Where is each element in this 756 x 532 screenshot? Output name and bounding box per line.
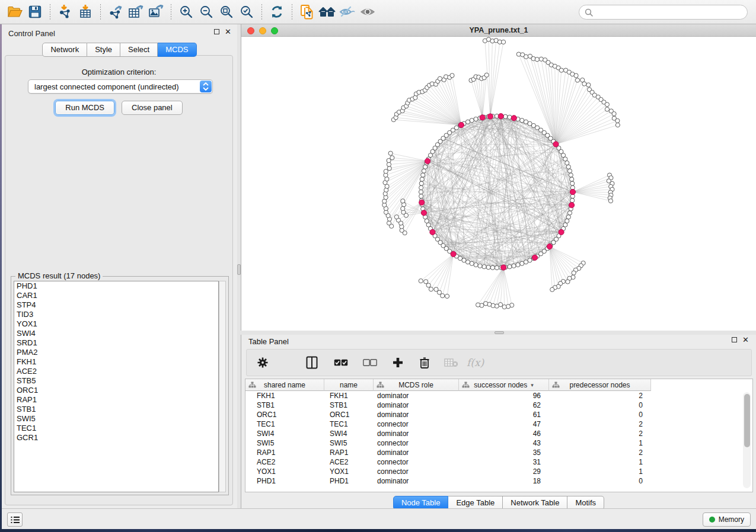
- column-header-successor-nodes[interactable]: successor nodes▾: [459, 379, 549, 391]
- mcds-result-item[interactable]: STP4: [14, 300, 218, 310]
- mcds-result-list[interactable]: PHD1CAR1STP4TID3YOX1SWI4SRD1PMA2FKH1ACE2…: [14, 281, 219, 492]
- column-header-MCDS-role[interactable]: MCDS role: [374, 379, 459, 391]
- cell-shared-name[interactable]: SWI5: [245, 438, 324, 448]
- cell-predecessor-nodes[interactable]: 1: [549, 457, 651, 467]
- network-node[interactable]: [520, 118, 524, 123]
- network-node[interactable]: [570, 198, 575, 203]
- network-node[interactable]: [512, 264, 516, 268]
- network-node[interactable]: [572, 271, 576, 275]
- cell-name[interactable]: STB1: [324, 400, 374, 410]
- network-node[interactable]: [486, 265, 490, 270]
- cell-successor-nodes[interactable]: 29: [459, 467, 549, 476]
- network-node[interactable]: [470, 261, 474, 265]
- tab-style[interactable]: Style: [87, 43, 120, 57]
- search-box[interactable]: [579, 5, 748, 20]
- network-node[interactable]: [605, 107, 609, 111]
- network-node[interactable]: [474, 117, 478, 121]
- network-node[interactable]: [535, 57, 539, 62]
- table-scrollbar[interactable]: [743, 392, 751, 488]
- network-node[interactable]: [387, 221, 391, 225]
- dominator-node[interactable]: [451, 251, 456, 257]
- dominator-node[interactable]: [501, 265, 506, 270]
- network-node[interactable]: [566, 165, 570, 169]
- cell-MCDS-role[interactable]: dominator: [374, 400, 459, 410]
- dominator-node[interactable]: [487, 114, 493, 119]
- close-panel-icon[interactable]: ✕: [742, 337, 749, 342]
- dominator-node[interactable]: [458, 122, 464, 127]
- cell-name[interactable]: SWI5: [324, 438, 374, 448]
- network-node[interactable]: [422, 169, 426, 173]
- scrollbar-thumb[interactable]: [744, 394, 750, 447]
- float-panel-icon[interactable]: [732, 337, 737, 342]
- cell-shared-name[interactable]: STB1: [245, 400, 324, 410]
- dominator-node[interactable]: [570, 189, 575, 194]
- cell-name[interactable]: ORC1: [324, 410, 374, 419]
- cell-successor-nodes[interactable]: 62: [459, 400, 549, 410]
- table-row[interactable]: SWI5SWI5connector431: [245, 438, 651, 448]
- network-node[interactable]: [567, 169, 572, 173]
- dominator-node[interactable]: [419, 200, 425, 205]
- network-node[interactable]: [423, 165, 428, 169]
- network-node[interactable]: [450, 73, 454, 78]
- network-node[interactable]: [566, 280, 570, 284]
- mcds-result-item[interactable]: PMA2: [14, 348, 218, 357]
- cell-successor-nodes[interactable]: 47: [459, 419, 549, 429]
- dominator-node[interactable]: [559, 229, 564, 235]
- network-node[interactable]: [516, 262, 520, 267]
- table-row[interactable]: YOX1YOX1connector291: [245, 467, 651, 476]
- network-node[interactable]: [605, 102, 609, 107]
- network-node[interactable]: [502, 305, 506, 309]
- network-node[interactable]: [569, 173, 573, 177]
- network-node[interactable]: [495, 265, 499, 270]
- network-node[interactable]: [419, 190, 423, 194]
- network-node[interactable]: [575, 78, 579, 82]
- dominator-node[interactable]: [532, 255, 537, 260]
- network-node[interactable]: [420, 177, 424, 181]
- cell-shared-name[interactable]: SWI4: [245, 429, 324, 438]
- table-row[interactable]: RAP1RAP1dominator352: [245, 448, 651, 457]
- table-options-gear-icon[interactable]: [255, 355, 270, 370]
- dominator-node[interactable]: [553, 142, 559, 147]
- network-node[interactable]: [524, 260, 528, 264]
- cell-MCDS-role[interactable]: dominator: [374, 448, 459, 457]
- duplicate-network-icon[interactable]: [297, 2, 317, 21]
- cell-name[interactable]: TEC1: [324, 419, 374, 429]
- criterion-select[interactable]: largest connected component (undirected): [28, 79, 213, 94]
- mcds-result-item[interactable]: SRD1: [14, 338, 218, 348]
- zoom-selected-icon[interactable]: [237, 2, 257, 21]
- dominator-node[interactable]: [569, 203, 574, 208]
- cell-predecessor-nodes[interactable]: 2: [549, 391, 651, 400]
- export-table-icon[interactable]: [126, 2, 146, 21]
- cell-successor-nodes[interactable]: 35: [459, 448, 549, 457]
- dominator-node[interactable]: [511, 116, 516, 121]
- mcds-result-item[interactable]: FKH1: [14, 357, 218, 367]
- table-row[interactable]: STB1STB1dominator620: [245, 400, 651, 410]
- network-node[interactable]: [384, 169, 388, 174]
- open-file-icon[interactable]: [5, 2, 25, 21]
- dominator-node[interactable]: [425, 158, 430, 164]
- show-all-icon[interactable]: [358, 2, 378, 21]
- splitter-grip[interactable]: [495, 331, 504, 334]
- delete-columns-icon[interactable]: [417, 355, 432, 370]
- save-session-icon[interactable]: [25, 2, 45, 21]
- cell-shared-name[interactable]: FKH1: [245, 391, 324, 400]
- dominator-node[interactable]: [498, 114, 503, 119]
- network-node[interactable]: [401, 206, 405, 210]
- cell-MCDS-role[interactable]: connector: [374, 438, 459, 448]
- network-node[interactable]: [401, 199, 405, 203]
- table-row[interactable]: TEC1TEC1connector472: [245, 419, 651, 429]
- mcds-result-item[interactable]: SWI4: [14, 329, 218, 338]
- cell-successor-nodes[interactable]: 18: [459, 476, 549, 486]
- cell-successor-nodes[interactable]: 61: [459, 410, 549, 419]
- network-node[interactable]: [419, 181, 423, 185]
- network-node[interactable]: [570, 181, 575, 185]
- network-node[interactable]: [565, 161, 569, 165]
- cell-shared-name[interactable]: ORC1: [245, 410, 324, 419]
- cell-MCDS-role[interactable]: connector: [374, 419, 459, 429]
- tab-network[interactable]: Network: [42, 43, 87, 57]
- result-list-scrollbar[interactable]: [219, 281, 226, 492]
- import-table-icon[interactable]: [75, 2, 95, 21]
- network-node[interactable]: [566, 215, 570, 219]
- cell-name[interactable]: PHD1: [324, 476, 374, 486]
- search-input[interactable]: [596, 8, 747, 17]
